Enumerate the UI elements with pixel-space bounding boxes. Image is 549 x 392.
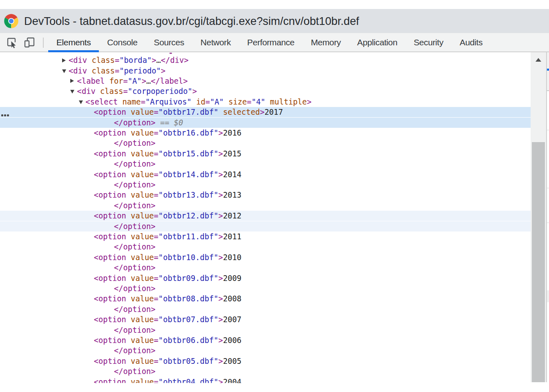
tab-label: Application [357, 38, 397, 47]
dom-tree-row[interactable]: </option> [0, 200, 531, 211]
dom-tree-row[interactable]: <option value="obtbr11.dbf">2011 [0, 232, 531, 242]
code-segment-tag: > [219, 191, 223, 199]
code-segment-tag: <div [69, 67, 92, 75]
dom-tree-row[interactable]: <option value="obtbr05.dbf">2005 [0, 356, 531, 366]
tab-sources[interactable]: Sources [146, 33, 192, 51]
inspect-element-icon[interactable] [6, 37, 17, 48]
dom-tree-row[interactable]: </option> [0, 221, 531, 232]
code-segment-tag: </option> [114, 180, 156, 189]
dom-node-code: </option> [114, 325, 156, 335]
expand-arrow-icon[interactable] [70, 79, 74, 83]
code-segment-txt: 2016 [223, 129, 241, 137]
code-segment-tag: > [219, 274, 223, 283]
code-segment-attr: value [131, 129, 154, 137]
code-segment-tag: </option> [114, 263, 156, 272]
dom-tree-row[interactable]: </option> [0, 242, 531, 252]
code-segment-tag: </option> [114, 139, 156, 147]
dom-tree-row[interactable]: <option value="obtbr08.dbf">2008 [0, 294, 531, 304]
dom-tree-row[interactable]: <option value="obtbr10.dbf">2010 [0, 252, 531, 263]
code-segment-tag: <option [94, 336, 131, 345]
elements-tree[interactable]: <div class="borda">…</div><div class="pe… [0, 52, 531, 383]
code-segment-txt: 2009 [223, 274, 241, 283]
dom-tree-row[interactable]: <option value="obtbr15.dbf">2015 [0, 149, 531, 159]
dom-tree-row[interactable]: <option value="obtbr17.dbf" selected>201… [0, 107, 531, 117]
code-segment-val: "obtbr09.dbf" [158, 274, 219, 283]
code-segment-tag: > [219, 129, 223, 137]
dom-tree-row[interactable]: <div class="corpoperiodo"> [0, 86, 531, 96]
dom-tree-row[interactable]: </option> [0, 325, 531, 335]
toggle-device-toolbar-icon[interactable] [24, 37, 35, 48]
code-segment-tag: = [154, 212, 158, 220]
code-segment-txt: 2004 [223, 378, 241, 383]
tab-label: Security [414, 38, 444, 47]
dom-tree-row[interactable]: <select name="Arquivos" id="A" size="4" … [0, 97, 531, 107]
dom-node-code: </option> [114, 304, 156, 314]
dom-node-code: <option value="obtbr12.dbf">2012 [94, 211, 241, 221]
dom-tree-row[interactable]: <option value="obtbr13.dbf">2013 [0, 190, 531, 200]
code-segment-tag: </option> [114, 367, 156, 376]
elements-scrollbar[interactable] [531, 52, 546, 382]
code-segment-tag: = [154, 170, 158, 179]
code-segment-attr: value [131, 274, 154, 283]
dom-tree-row[interactable]: </option> [0, 159, 531, 169]
dom-node-code: <label for="A">…</label> [77, 76, 188, 86]
dom-tree-row[interactable]: <option value="obtbr06.dbf">2006 [0, 335, 531, 345]
dom-node-code: <option value="obtbr17.dbf" selected>201… [94, 107, 283, 117]
code-segment-attr: value [131, 378, 154, 383]
code-segment-tag: > [219, 357, 223, 365]
expand-arrow-icon[interactable] [62, 58, 66, 62]
collapse-arrow-icon[interactable] [62, 69, 66, 73]
scroll-up-button[interactable] [531, 52, 546, 67]
code-segment-val: "obtbr15.dbf" [158, 149, 219, 158]
dom-tree-row[interactable]: </option> == $0 [0, 118, 531, 128]
dom-tree-row[interactable]: <option value="obtbr14.dbf">2014 [0, 169, 531, 180]
code-segment-tag: <option [94, 315, 131, 324]
collapse-arrow-icon[interactable] [79, 100, 83, 104]
dom-node-code: </option> [114, 221, 156, 232]
dom-node-code: <option value="obtbr05.dbf">2005 [94, 356, 241, 366]
code-segment-tag [224, 98, 228, 106]
dom-tree-row[interactable]: </option> [0, 138, 531, 148]
dom-tree-row[interactable]: <div class="periodo"> [0, 66, 531, 76]
dom-tree-row[interactable]: <option value="obtbr09.dbf">2009 [0, 273, 531, 283]
collapse-arrow-icon[interactable] [70, 90, 74, 94]
gutter-menu-icon[interactable] [1, 114, 10, 116]
code-segment-attr: name [123, 98, 141, 106]
dom-tree-row[interactable]: </option> [0, 366, 531, 376]
code-segment-val: "periodo" [119, 67, 161, 75]
dom-tree-row[interactable]: <option value="obtbr16.dbf">2016 [0, 128, 531, 138]
code-segment-tag: = [154, 336, 158, 345]
dom-tree-row[interactable]: </option> [0, 345, 531, 356]
tab-network[interactable]: Network [192, 33, 239, 51]
dom-tree-row[interactable]: <option value="obtbr04.dbf">2004 [0, 377, 531, 383]
code-segment-tag: = [154, 274, 158, 283]
dom-tree-row[interactable]: <option value="obtbr07.dbf">2007 [0, 314, 531, 325]
code-segment-attr: value [131, 108, 154, 116]
tab-memory[interactable]: Memory [303, 33, 349, 51]
code-segment-tag: </option> [114, 284, 156, 293]
tab-label: Console [107, 38, 137, 47]
dom-tree-row[interactable]: </option> [0, 263, 531, 273]
dom-tree-row[interactable]: <label for="A">…</label> [0, 76, 531, 86]
dom-node-code: </option> [114, 242, 156, 252]
dom-tree-row[interactable]: </option> [0, 180, 531, 190]
code-segment-txt: 2012 [223, 212, 241, 220]
tab-application[interactable]: Application [349, 33, 405, 51]
dom-node-code: <option value="obtbr08.dbf">2008 [94, 294, 241, 304]
dom-tree-row[interactable]: <div class="borda">…</div> [0, 55, 531, 65]
dom-tree-row[interactable]: </option> [0, 283, 531, 294]
tab-audits[interactable]: Audits [451, 33, 491, 51]
code-segment-tag: <label [77, 77, 109, 85]
tab-elements[interactable]: Elements [48, 33, 99, 51]
tab-performance[interactable]: Performance [239, 33, 303, 51]
scrollbar-thumb[interactable] [532, 142, 545, 382]
code-segment-tag: = [205, 98, 210, 106]
tab-security[interactable]: Security [406, 33, 452, 51]
code-segment-tag: <div [69, 56, 92, 65]
dom-tree-row[interactable]: <option value="obtbr12.dbf">2012 [0, 211, 531, 221]
dom-tree-row[interactable]: </option> [0, 304, 531, 314]
dom-node-code: <div class="periodo"> [69, 66, 165, 76]
dom-node-code: <div class="corpoperiodo"> [77, 86, 197, 96]
code-segment-txt: 2005 [223, 357, 241, 365]
tab-console[interactable]: Console [99, 33, 145, 51]
